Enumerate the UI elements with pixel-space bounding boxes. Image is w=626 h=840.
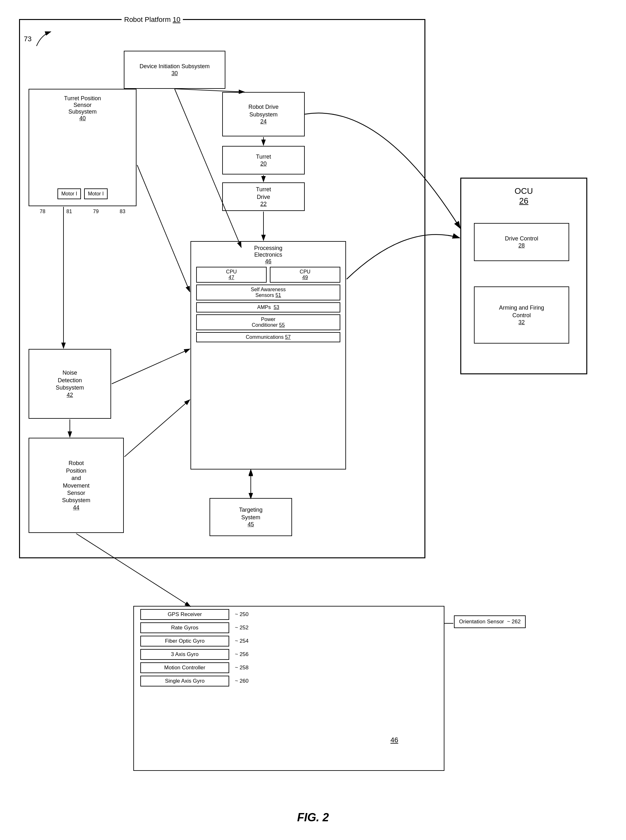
noise-detection-label: NoiseDetectionSubsystem <box>56 369 84 392</box>
fig-caption: FIG. 2 <box>297 811 329 824</box>
noise-detection-box: NoiseDetectionSubsystem 42 <box>28 349 111 419</box>
robot-position-box: RobotPositionandMovementSensorSubsystem … <box>28 438 124 533</box>
rate-gyros-row: Rate Gyros ~ 252 <box>140 622 437 633</box>
communications-box: Communications 57 <box>196 332 340 342</box>
ocu-box: OCU 26 Drive Control 28 Arming and Firin… <box>460 178 587 374</box>
amps-box: AMPs 53 <box>196 302 340 312</box>
drive-control-label: Drive Control <box>505 235 538 242</box>
sensor-subsystem-box: GPS Receiver ~ 250 Rate Gyros ~ 252 Fibe… <box>133 606 444 771</box>
robot-drive-number: 24 <box>260 118 267 125</box>
label-73: 73 <box>24 35 31 43</box>
device-initiation-box: Device Initiation Subsystem 30 <box>124 51 225 89</box>
device-initiation-label: Device Initiation Subsystem <box>139 63 210 70</box>
turret-position-label: Turret PositionSensorSubsystem40 <box>64 95 101 122</box>
3axis-number: ~ 256 <box>235 651 249 657</box>
robot-drive-label: Robot DriveSubsystem <box>248 103 279 118</box>
robot-platform-title: Robot Platform 10 <box>122 16 183 24</box>
self-awareness-box: Self AwarenessSensors 51 <box>196 284 340 300</box>
motion-box: Motion Controller <box>140 662 229 673</box>
motor-row: Motor I Motor I <box>29 189 136 199</box>
turret-label: Turret <box>256 153 271 161</box>
turret-number: 20 <box>260 161 267 167</box>
single-axis-row: Single Axis Gyro ~ 260 <box>140 676 437 687</box>
targeting-label: TargetingSystem <box>239 506 263 521</box>
motor-label-81: 81 <box>66 209 72 214</box>
motor-label-83: 83 <box>120 209 125 214</box>
motion-row: Motion Controller ~ 258 <box>140 662 437 673</box>
processing-title: ProcessingElectronics46 <box>191 245 345 265</box>
ocu-number: 26 <box>515 196 533 206</box>
single-axis-number: ~ 260 <box>235 678 249 684</box>
fiber-optic-box: Fiber Optic Gyro <box>140 636 229 646</box>
processing-electronics-box: ProcessingElectronics46 CPU47 CPU49 Self… <box>191 241 346 470</box>
noise-detection-number: 42 <box>67 392 73 398</box>
gps-number: ~ 250 <box>235 611 249 618</box>
motor-label-79: 79 <box>93 209 99 214</box>
orientation-sensor-box: Orientation Sensor ~ 262 <box>454 615 526 628</box>
robot-drive-box: Robot DriveSubsystem 24 <box>222 92 305 136</box>
cpu-row: CPU47 CPU49 <box>196 267 340 283</box>
turret-drive-number: 22 <box>260 201 267 208</box>
targeting-number: 45 <box>247 521 254 528</box>
robot-position-number: 44 <box>73 504 79 511</box>
orientation-number: 262 <box>512 618 521 625</box>
power-conditioner-box: PowerConditioner 55 <box>196 314 340 330</box>
drive-control-number: 28 <box>518 242 525 249</box>
processing-number: 46 <box>265 258 271 265</box>
motion-number: ~ 258 <box>235 665 249 671</box>
3axis-box: 3 Axis Gyro <box>140 649 229 660</box>
cpu1-box: CPU47 <box>196 267 267 283</box>
rate-gyros-number: ~ 252 <box>235 625 249 631</box>
motor-label-78: 78 <box>40 209 45 214</box>
3axis-row: 3 Axis Gyro ~ 256 <box>140 649 437 660</box>
arming-firing-box: Arming and FiringControl 32 <box>474 286 569 343</box>
rate-gyros-box: Rate Gyros <box>140 622 229 633</box>
gps-row: GPS Receiver ~ 250 <box>140 609 437 620</box>
arming-firing-label: Arming and FiringControl <box>499 304 544 319</box>
motor1-box: Motor I <box>58 189 81 199</box>
ocu-label: OCU <box>515 186 533 196</box>
motor2-box: Motor I <box>84 189 108 199</box>
sensor-46-label: 46 <box>390 736 398 744</box>
turret-drive-label: TurretDrive <box>256 186 271 201</box>
gps-box: GPS Receiver <box>140 609 229 620</box>
robot-position-label: RobotPositionandMovementSensorSubsystem <box>62 460 90 504</box>
device-initiation-number: 30 <box>171 70 178 77</box>
motor-labels: 78 81 79 83 <box>29 209 136 214</box>
turret-position-box: Turret PositionSensorSubsystem40 Motor I… <box>28 89 136 206</box>
targeting-system-box: TargetingSystem 45 <box>210 498 292 536</box>
fiber-optic-number: ~ 254 <box>235 638 249 644</box>
fiber-optic-row: Fiber Optic Gyro ~ 254 <box>140 636 437 646</box>
turret-drive-box: TurretDrive 22 <box>222 183 305 211</box>
cpu2-box: CPU49 <box>270 267 340 283</box>
drive-control-box: Drive Control 28 <box>474 223 569 261</box>
turret-box: Turret 20 <box>222 146 305 175</box>
arming-firing-number: 32 <box>518 319 525 326</box>
single-axis-box: Single Axis Gyro <box>140 676 229 687</box>
